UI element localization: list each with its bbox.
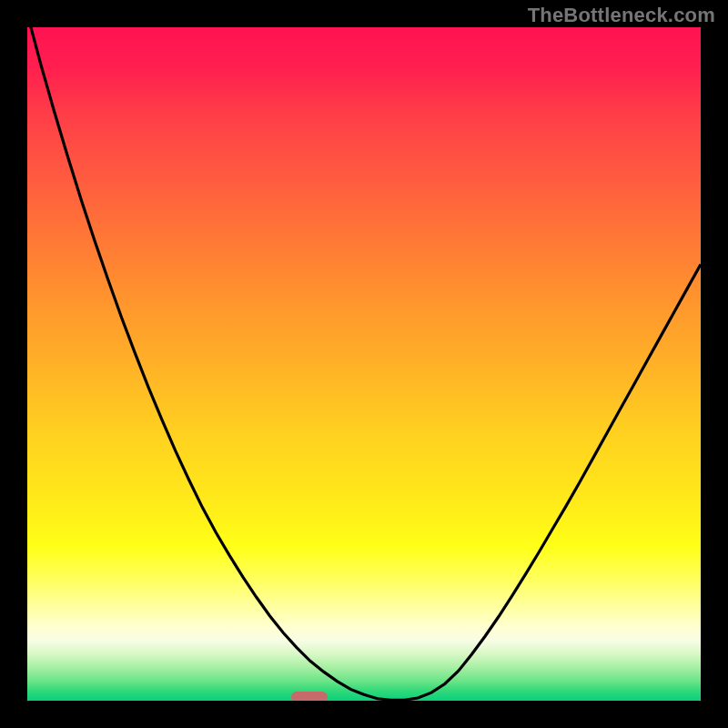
watermark-text: TheBottleneck.com [528,4,715,27]
curve-path [27,27,701,700]
optimal-point-marker [291,692,328,701]
bottleneck-curve [27,27,701,701]
plot-area [27,27,701,701]
chart-frame: TheBottleneck.com [0,0,728,728]
